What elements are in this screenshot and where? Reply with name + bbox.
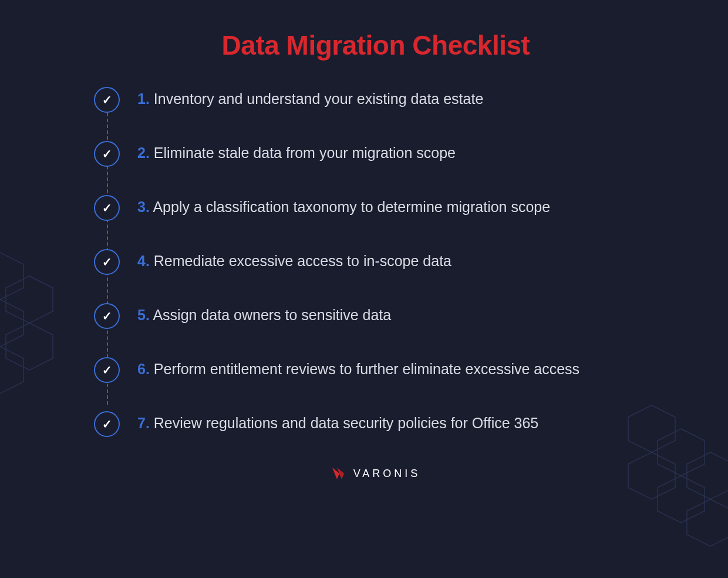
check-circle-icon: ✓: [94, 411, 120, 437]
check-circle-icon: ✓: [94, 303, 120, 329]
item-number: 5.: [137, 307, 150, 323]
item-number: 1.: [137, 90, 150, 107]
item-label: Remediate excessive access to in-scope d…: [154, 253, 451, 269]
content-container: Data Migration Checklist ✓ 1. Inventory …: [0, 0, 728, 506]
item-text: 2. Eliminate stale data from your migrat…: [137, 143, 456, 163]
checklist: ✓ 1. Inventory and understand your exist…: [94, 89, 658, 437]
check-circle-icon: ✓: [94, 357, 120, 383]
item-label: Apply a classification taxonomy to deter…: [153, 199, 550, 215]
item-text: 6. Perform entitlement reviews to furthe…: [137, 359, 579, 379]
check-circle-icon: ✓: [94, 249, 120, 275]
checkmark-icon: ✓: [102, 256, 112, 268]
item-label: Inventory and understand your existing d…: [154, 90, 483, 107]
item-label: Review regulations and data security pol…: [154, 415, 538, 431]
checkmark-icon: ✓: [102, 418, 112, 430]
item-text: 1. Inventory and understand your existin…: [137, 89, 483, 109]
page-title: Data Migration Checklist: [94, 29, 658, 61]
item-label: Assign data owners to sensitive data: [153, 307, 391, 323]
item-number: 4.: [137, 253, 150, 269]
checklist-item: ✓ 3. Apply a classification taxonomy to …: [94, 197, 658, 221]
checklist-item: ✓ 4. Remediate excessive access to in-sc…: [94, 251, 658, 275]
item-label: Eliminate stale data from your migration…: [154, 144, 456, 161]
brand-logo: VARONIS: [331, 466, 421, 480]
logo-mark-icon: [331, 466, 349, 480]
item-number: 2.: [137, 144, 150, 161]
item-label: Perform entitlement reviews to further e…: [154, 361, 579, 377]
item-text: 7. Review regulations and data security …: [137, 414, 538, 434]
footer: VARONIS: [94, 466, 658, 483]
checkmark-icon: ✓: [102, 310, 112, 322]
check-circle-icon: ✓: [94, 141, 120, 167]
check-circle-icon: ✓: [94, 87, 120, 113]
checkmark-icon: ✓: [102, 364, 112, 376]
item-number: 3.: [137, 199, 150, 215]
item-text: 4. Remediate excessive access to in-scop…: [137, 251, 451, 271]
checklist-item: ✓ 6. Perform entitlement reviews to furt…: [94, 359, 658, 383]
item-text: 3. Apply a classification taxonomy to de…: [137, 197, 550, 217]
checkmark-icon: ✓: [102, 94, 112, 106]
brand-name: VARONIS: [353, 468, 421, 480]
checklist-item: ✓ 1. Inventory and understand your exist…: [94, 89, 658, 113]
svg-marker-10: [687, 499, 728, 546]
checklist-item: ✓ 5. Assign data owners to sensitive dat…: [94, 305, 658, 329]
check-circle-icon: ✓: [94, 195, 120, 221]
item-text: 5. Assign data owners to sensitive data: [137, 305, 391, 325]
item-number: 7.: [137, 415, 150, 431]
checklist-item: ✓ 2. Eliminate stale data from your migr…: [94, 143, 658, 167]
checklist-item: ✓ 7. Review regulations and data securit…: [94, 414, 658, 437]
checkmark-icon: ✓: [102, 148, 112, 160]
item-number: 6.: [137, 361, 150, 377]
checkmark-icon: ✓: [102, 202, 112, 214]
